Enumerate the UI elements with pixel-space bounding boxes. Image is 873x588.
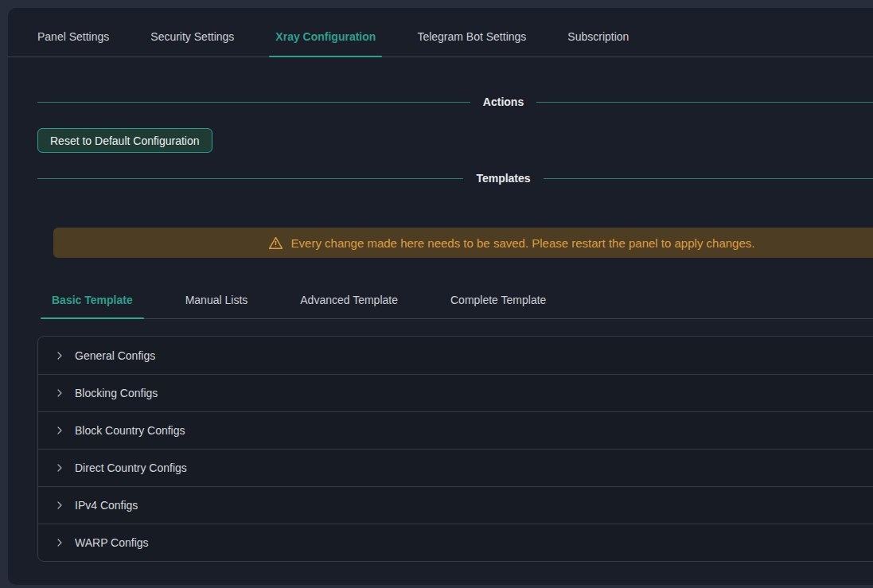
- tab-telegram-bot-settings[interactable]: Telegram Bot Settings: [417, 30, 526, 56]
- tab-security-settings[interactable]: Security Settings: [150, 30, 234, 56]
- accordion-label: Blocking Configs: [75, 387, 158, 399]
- accordion-header-direct-country-configs[interactable]: Direct Country Configs: [38, 449, 873, 486]
- templates-divider: Templates: [37, 172, 873, 185]
- accordion-label: General Configs: [75, 349, 155, 362]
- accordion-header-general-configs[interactable]: General Configs: [38, 337, 873, 374]
- accordion-label: Block Country Configs: [75, 424, 185, 437]
- warning-alert-message: Every change made here needs to be saved…: [291, 236, 755, 250]
- divider-line: [37, 178, 463, 179]
- tab-complete-template[interactable]: Complete Template: [449, 281, 548, 318]
- tab-subscription[interactable]: Subscription: [567, 30, 629, 56]
- accordion-label: Direct Country Configs: [75, 461, 187, 474]
- actions-divider: Actions: [37, 95, 873, 108]
- divider-line: [544, 178, 873, 179]
- tab-advanced-template[interactable]: Advanced Template: [298, 281, 399, 318]
- tab-basic-template[interactable]: Basic Template: [50, 281, 134, 318]
- accordion-header-block-country-configs[interactable]: Block Country Configs: [38, 411, 873, 449]
- accordion-header-blocking-configs[interactable]: Blocking Configs: [38, 374, 873, 411]
- chevron-right-icon: [55, 351, 64, 360]
- reset-default-config-button[interactable]: Reset to Default Configuration: [37, 128, 212, 153]
- chevron-right-icon: [55, 426, 64, 435]
- xray-settings-card: Panel Settings Security Settings Xray Co…: [8, 8, 873, 585]
- chevron-right-icon: [55, 538, 64, 547]
- chevron-right-icon: [55, 463, 64, 473]
- main-tabbar: Panel Settings Security Settings Xray Co…: [8, 8, 873, 57]
- config-accordion: General Configs Blocking Configs Block C…: [37, 336, 873, 562]
- accordion-header-ipv4-configs[interactable]: IPv4 Configs: [38, 486, 873, 524]
- tab-panel-settings[interactable]: Panel Settings: [37, 30, 109, 56]
- template-tabbar: Basic Template Manual Lists Advanced Tem…: [50, 281, 873, 319]
- accordion-header-warp-configs[interactable]: WARP Configs: [38, 524, 873, 561]
- divider-line: [37, 102, 470, 103]
- accordion-label: WARP Configs: [75, 536, 149, 549]
- chevron-right-icon: [55, 388, 64, 398]
- accordion-label: IPv4 Configs: [75, 499, 138, 512]
- tab-content: Actions Reset to Default Configuration T…: [8, 95, 873, 562]
- divider-line: [536, 102, 873, 103]
- warning-alert: Every change made here needs to be saved…: [53, 228, 873, 258]
- actions-divider-label: Actions: [470, 95, 536, 108]
- templates-divider-label: Templates: [463, 172, 543, 185]
- tab-manual-lists[interactable]: Manual Lists: [184, 281, 250, 318]
- tab-xray-configuration[interactable]: Xray Configuration: [275, 30, 376, 56]
- warning-icon: [268, 236, 283, 251]
- chevron-right-icon: [55, 500, 64, 510]
